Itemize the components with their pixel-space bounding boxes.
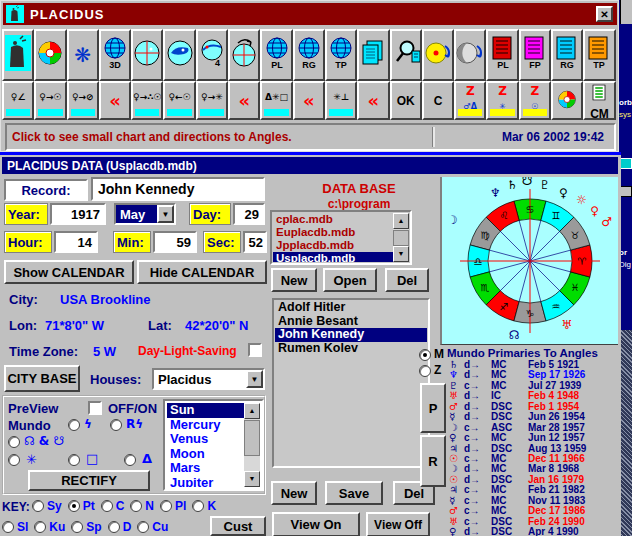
trine-radio[interactable]: [124, 454, 136, 466]
db-file-item[interactable]: Usplacdb.mdb: [273, 252, 393, 262]
key-radio-d[interactable]: [108, 521, 120, 533]
zodiaco-mode-radio[interactable]: [419, 365, 431, 377]
city-base-button[interactable]: CITY BASE: [4, 365, 80, 392]
close-button[interactable]: ✕: [596, 6, 613, 22]
toolbar1-zodiac-wheel-button[interactable]: [34, 29, 66, 81]
statusbar[interactable]: Click to see small chart and directions …: [5, 123, 616, 151]
scroll-up-icon[interactable]: ▲: [244, 403, 260, 419]
show-calendar-button[interactable]: Show CALENDAR: [4, 260, 134, 284]
view-on-button[interactable]: View On: [272, 512, 360, 536]
toolbar1-report-tp-button[interactable]: TP: [583, 29, 615, 81]
toolbar1-circle-rotate-button[interactable]: [228, 29, 260, 81]
toolbar2-planet-angle-button[interactable]: ♀∠: [2, 81, 34, 120]
name-item[interactable]: Annie Besant: [275, 315, 427, 329]
toolbar2-back-1-button[interactable]: «: [99, 81, 131, 120]
square-radio[interactable]: [68, 454, 80, 466]
toolbar1-pages-button[interactable]: [357, 29, 389, 81]
nodes-radio[interactable]: [8, 436, 20, 448]
toolbar1-snowflake-button[interactable]: ❋: [67, 29, 99, 81]
db-file-item[interactable]: cplac.mdb: [273, 213, 393, 226]
planet-item-mercury[interactable]: Mercury: [167, 418, 244, 433]
toolbar1-report-rg-button[interactable]: RG: [551, 29, 583, 81]
toolbar2-wheel-small-button[interactable]: [551, 81, 583, 120]
primary-row-venus[interactable]: ♀c→MCJun 12 1957: [449, 433, 619, 443]
planet-item-venus[interactable]: Venus: [167, 432, 244, 447]
toolbar1-globe-rg-button[interactable]: RG: [293, 29, 325, 81]
day-input[interactable]: 29: [233, 203, 265, 225]
toolbar2-planet-from-sun-button[interactable]: ♀←☉: [163, 81, 195, 120]
scroll-down-icon[interactable]: ▼: [244, 471, 260, 487]
scroll-thumb[interactable]: [393, 230, 409, 246]
toolbar1-astrologer-button[interactable]: [2, 29, 34, 81]
toolbar1-circle-cross-button[interactable]: [131, 29, 163, 81]
key-radio-cu[interactable]: [137, 521, 149, 533]
planet-item-moon[interactable]: Moon: [167, 447, 244, 462]
hide-calendar-button[interactable]: Hide CALENDAR: [137, 260, 267, 284]
toolbar1-globe-3d-button[interactable]: 3D: [99, 29, 131, 81]
files-scrollbar[interactable]: ▲ ▼: [393, 213, 409, 262]
scroll-down-icon[interactable]: ▼: [393, 246, 409, 262]
month-dropdown-arrow-icon[interactable]: ▼: [157, 205, 174, 223]
data-window-titlebar[interactable]: PLACIDUS DATA (Usplacdb.mdb): [2, 157, 618, 174]
key-radio-k[interactable]: [192, 500, 204, 512]
rectify-button[interactable]: RECTIFY: [28, 470, 150, 491]
min-input[interactable]: 59: [153, 231, 197, 253]
toolbar1-globe-pl-button[interactable]: PL: [260, 29, 292, 81]
scroll-thumb[interactable]: [244, 420, 260, 456]
sec-input[interactable]: 52: [243, 231, 267, 253]
key-radio-c[interactable]: [101, 500, 113, 512]
key-radio-sy[interactable]: [32, 500, 44, 512]
planet-item-jupiter[interactable]: Jupiter: [167, 476, 244, 487]
preview-checkbox[interactable]: [88, 401, 102, 415]
hour-input[interactable]: 14: [54, 231, 98, 253]
key-radio-pt[interactable]: [68, 500, 80, 512]
planets-scrollbar[interactable]: ▲ ▼: [244, 403, 260, 487]
planet-item-mars[interactable]: Mars: [167, 461, 244, 476]
view-off-button[interactable]: View Off: [366, 512, 430, 536]
record-save-button[interactable]: Save: [325, 481, 383, 505]
name-item[interactable]: John Kennedy: [275, 328, 427, 342]
mundo-rflash-radio[interactable]: [110, 419, 122, 431]
toolbar2-ok-button[interactable]: OK: [390, 81, 422, 120]
toolbar2-planet-dots-sun-button[interactable]: ♀→∴☉: [131, 81, 163, 120]
key-radio-n[interactable]: [130, 500, 142, 512]
file-open-button[interactable]: Open: [323, 268, 377, 292]
toolbar1-search-page-button[interactable]: [390, 29, 422, 81]
toolbar1-moon-cycle-button[interactable]: [454, 29, 486, 81]
name-item[interactable]: Rumen Kolev: [275, 342, 427, 356]
year-input[interactable]: 1917: [50, 203, 106, 225]
toolbar2-triangle-star-square-button[interactable]: Δ✳□: [260, 81, 292, 120]
toolbar2-back-3-button[interactable]: «: [293, 81, 325, 120]
key-radio-sp[interactable]: [71, 521, 83, 533]
mundo-mode-radio[interactable]: [419, 349, 431, 361]
toolbar2-star-axis-button[interactable]: ✳⊥: [325, 81, 357, 120]
cust-button[interactable]: Cust: [210, 516, 266, 536]
primary-row-venus[interactable]: ♀d→DSCApr 4 1990: [449, 527, 619, 536]
record-input[interactable]: John Kennedy: [91, 177, 265, 201]
toolbar2-c-button[interactable]: C: [422, 81, 454, 120]
daylight-saving-checkbox[interactable]: [248, 343, 262, 357]
db-file-item[interactable]: Euplacdb.mdb: [273, 226, 393, 239]
houses-select[interactable]: Placidus ▼: [152, 368, 265, 390]
toolbar2-planet-to-sun-button[interactable]: ♀→☉: [34, 81, 66, 120]
houses-dropdown-arrow-icon[interactable]: ▼: [246, 370, 263, 388]
toolbar2-planet-to-sun-aspect-button[interactable]: ♀→⊘: [67, 81, 99, 120]
primary-row-mars[interactable]: ♂c→MCDec 17 1986: [449, 506, 619, 516]
file-del-button[interactable]: Del: [385, 268, 429, 292]
record-new-button[interactable]: New: [271, 481, 317, 505]
key-radio-pl[interactable]: [160, 500, 172, 512]
toolbar1-circle-4-button[interactable]: 4: [196, 29, 228, 81]
p-button[interactable]: P: [420, 383, 446, 433]
planet-item-sun[interactable]: Sun: [167, 403, 244, 418]
titlebar[interactable]: > PLACIDUS ✕: [3, 3, 617, 25]
toolbar1-circle-map-button[interactable]: [163, 29, 195, 81]
sextile-radio[interactable]: [8, 454, 20, 466]
toolbar2-cm-button[interactable]: CM: [583, 81, 615, 120]
toolbar2-back-4-button[interactable]: «: [357, 81, 389, 120]
chart-area[interactable]: ♋♌♍♎♏♐♑♒♓♈♉♊♆♄☋♇♀☼♀♂☽♅☊: [440, 177, 618, 345]
toolbar2-planet-star-button[interactable]: ♀→✳: [196, 81, 228, 120]
file-new-button[interactable]: New: [271, 268, 317, 292]
toolbar2-back-2-button[interactable]: «: [228, 81, 260, 120]
key-radio-ku[interactable]: [34, 521, 46, 533]
db-file-item[interactable]: Jpplacdb.mdb: [273, 239, 393, 252]
